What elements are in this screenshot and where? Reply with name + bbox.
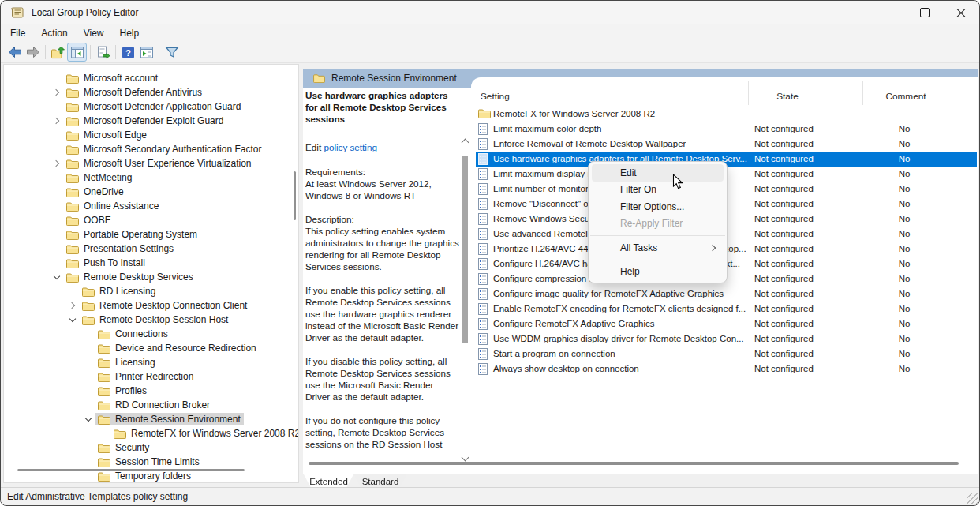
- tree-item[interactable]: Presentation Settings: [4, 242, 298, 256]
- menubar-item-action[interactable]: Action: [33, 25, 75, 41]
- toolbar-show-console-tree-button[interactable]: [67, 43, 87, 62]
- tree-item-body: Security: [95, 441, 152, 454]
- toolbar-export-list-button[interactable]: [94, 43, 112, 61]
- context-menu-item-filter-on[interactable]: Filter On: [592, 182, 724, 199]
- tree-horizontal-scrollbar[interactable]: [17, 469, 245, 472]
- toolbar-forward-button[interactable]: [24, 43, 42, 61]
- tree-item[interactable]: Microsoft Edge: [4, 128, 298, 142]
- setting-comment: No: [873, 214, 936, 223]
- folder-icon: [66, 201, 79, 212]
- tree-item[interactable]: Remote Desktop Services: [4, 270, 298, 284]
- tree-item[interactable]: Remote Session Environment: [4, 412, 298, 426]
- setting-name: Configure RemoteFX Adaptive Graphics: [493, 319, 655, 328]
- tree-vertical-scrollbar[interactable]: [294, 171, 296, 220]
- tab-standard[interactable]: Standard: [354, 474, 406, 488]
- tree-item[interactable]: Device and Resource Redirection: [4, 341, 298, 355]
- settings-row[interactable]: RemoteFX for Windows Server 2008 R2: [476, 107, 977, 122]
- tree-item[interactable]: OneDrive: [4, 185, 298, 199]
- list-horizontal-scrollbar[interactable]: [309, 462, 959, 465]
- tree-item[interactable]: Push To Install: [4, 256, 298, 270]
- folder-icon: [114, 429, 126, 439]
- tree-item[interactable]: Connections: [4, 327, 298, 341]
- maximize-button[interactable]: [907, 1, 943, 24]
- setting-name: Start a program on connection: [493, 349, 615, 358]
- tree-item[interactable]: Online Assistance: [4, 199, 298, 213]
- settings-row[interactable]: Always show desktop on connectionNot con…: [476, 362, 977, 377]
- tree-item[interactable]: NetMeeting: [4, 171, 298, 185]
- tree-item[interactable]: Microsoft Secondary Authentication Facto…: [4, 142, 298, 156]
- folder-icon: [66, 73, 79, 84]
- chevron-down-icon[interactable]: [50, 270, 64, 284]
- description-section-text: This policy setting enables system admin…: [305, 225, 460, 272]
- status-text: Edit Administrative Templates policy set…: [7, 491, 188, 502]
- setting-state: Not configured: [754, 184, 829, 193]
- settings-row[interactable]: Use WDDM graphics display driver for Rem…: [476, 332, 977, 347]
- context-menu-item-edit[interactable]: Edit: [592, 164, 724, 182]
- tree-item[interactable]: Microsoft Defender Exploit Guard: [4, 114, 298, 128]
- tree-item[interactable]: Profiles: [4, 384, 298, 398]
- tree-item[interactable]: Printer Redirection: [4, 369, 298, 384]
- scroll-up-icon[interactable]: [462, 139, 469, 147]
- tree-item[interactable]: Remote Desktop Session Host: [4, 313, 298, 327]
- description-scrollbar-thumb[interactable]: [462, 156, 468, 343]
- settings-row[interactable]: Enforce Removal of Remote Desktop Wallpa…: [476, 137, 977, 152]
- scroll-down-icon[interactable]: [462, 454, 469, 462]
- tree-item[interactable]: Remote Desktop Connection Client: [4, 298, 298, 313]
- chevron-right-icon[interactable]: [50, 114, 64, 128]
- menu-bar: FileActionViewHelp: [1, 24, 979, 42]
- tree-item[interactable]: Licensing: [4, 355, 298, 369]
- settings-row[interactable]: Start a program on connectionNot configu…: [476, 347, 977, 362]
- policy-setting-link[interactable]: policy setting: [324, 142, 377, 152]
- setting-name: Always show desktop on connection: [493, 364, 639, 373]
- chevron-right-icon[interactable]: [50, 85, 64, 99]
- setting-name: Limit number of monitors: [493, 184, 593, 193]
- tree-item[interactable]: Security: [4, 440, 298, 455]
- tree-item[interactable]: OOBE: [4, 213, 298, 227]
- toolbar-back-button[interactable]: [6, 43, 24, 61]
- tree-item-label: RD Connection Broker: [115, 399, 210, 410]
- context-menu-item-help[interactable]: Help: [592, 264, 724, 281]
- setting-state: Not configured: [754, 259, 829, 268]
- settings-row[interactable]: Limit maximum color depthNot configuredN…: [476, 122, 977, 137]
- tree-item[interactable]: Microsoft User Experience Virtualization: [4, 156, 298, 171]
- toolbar-up-one-level-button[interactable]: [49, 43, 67, 61]
- toolbar-filter-button[interactable]: [163, 43, 181, 61]
- tree-item[interactable]: RemoteFX for Windows Server 2008 R2: [4, 426, 298, 440]
- tree-item[interactable]: Microsoft account: [4, 71, 298, 85]
- chevron-down-icon[interactable]: [81, 412, 95, 426]
- tree-item[interactable]: RD Connection Broker: [4, 398, 298, 412]
- column-header-state[interactable]: State: [748, 91, 827, 106]
- settings-row[interactable]: Configure image quality for RemoteFX Ada…: [476, 287, 977, 302]
- menubar-item-file[interactable]: File: [2, 25, 33, 41]
- column-header-setting[interactable]: Setting: [481, 91, 510, 106]
- tree-item[interactable]: Microsoft Defender Antivirus: [4, 85, 298, 99]
- minimize-button[interactable]: [870, 1, 907, 24]
- menubar-item-help[interactable]: Help: [112, 25, 148, 41]
- settings-row[interactable]: Configure RemoteFX Adaptive GraphicsNot …: [476, 317, 977, 332]
- tree-item[interactable]: RD Licensing: [4, 284, 298, 298]
- toolbar-help-button[interactable]: ?: [119, 43, 137, 61]
- resize-grip[interactable]: [967, 493, 978, 504]
- folder-icon: [66, 244, 79, 254]
- tree-item[interactable]: Session Time Limits: [4, 455, 298, 469]
- context-menu-item-all-tasks[interactable]: All Tasks: [592, 239, 724, 257]
- tree-item[interactable]: Microsoft Defender Application Guard: [4, 99, 298, 114]
- chevron-right-icon[interactable]: [50, 156, 64, 171]
- menubar-item-view[interactable]: View: [76, 25, 112, 41]
- policy-setting-icon: [478, 168, 488, 180]
- folder-icon: [66, 88, 79, 98]
- description-scrollbar[interactable]: [459, 138, 470, 462]
- tree-item[interactable]: Portable Operating System: [4, 227, 298, 242]
- setting-state: Not configured: [754, 289, 829, 298]
- chevron-down-icon[interactable]: [65, 313, 80, 327]
- tree-item-label: Microsoft User Experience Virtualization: [84, 158, 252, 169]
- settings-row[interactable]: Enable RemoteFX encoding for RemoteFX cl…: [476, 302, 977, 317]
- tab-extended[interactable]: Extended: [304, 474, 353, 488]
- context-menu-item-filter-options[interactable]: Filter Options...: [592, 198, 724, 216]
- folder-icon: [98, 343, 110, 354]
- chevron-right-icon[interactable]: [65, 298, 80, 313]
- tree-item-label: Push To Install: [84, 257, 145, 268]
- column-header-comment[interactable]: Comment: [862, 91, 949, 106]
- toolbar-show-action-pane-button[interactable]: [137, 43, 155, 61]
- close-button[interactable]: [943, 1, 979, 24]
